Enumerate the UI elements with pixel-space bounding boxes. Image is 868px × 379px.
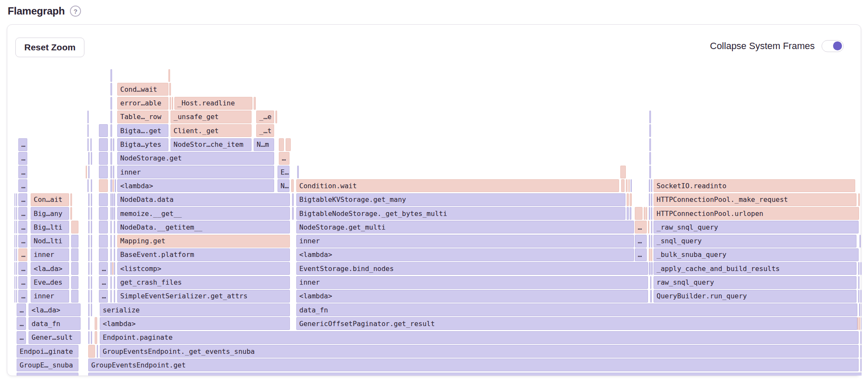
flame-frame-sliver[interactable] xyxy=(110,166,112,178)
flame-frame[interactable]: … xyxy=(635,235,647,248)
flame-frame-sliver[interactable] xyxy=(91,276,92,289)
flame-frame-sliver[interactable] xyxy=(91,179,92,192)
flame-frame[interactable]: <la…da> xyxy=(29,303,81,316)
flame-frame[interactable]: EventStorage.bind_nodes xyxy=(296,262,648,275)
flame-frame-sliver[interactable] xyxy=(635,207,642,220)
flame-frame[interactable]: BaseEvent.platform xyxy=(117,248,290,261)
flame-frame-sliver[interactable] xyxy=(90,138,92,151)
flame-frame-sliver[interactable] xyxy=(649,166,651,178)
flame-frame[interactable]: … xyxy=(18,207,27,220)
flame-frame-sliver[interactable] xyxy=(279,138,284,151)
flame-frame[interactable]: Con…ait xyxy=(31,193,69,206)
flame-frame-sliver[interactable] xyxy=(14,207,15,220)
flame-frame-sliver[interactable] xyxy=(71,221,78,233)
flame-frame-sliver[interactable] xyxy=(110,97,112,110)
flame-frame-sliver[interactable] xyxy=(71,235,78,248)
flame-frame[interactable]: inner xyxy=(296,235,634,248)
flame-frame[interactable]: … xyxy=(17,331,26,344)
flame-frame-sliver[interactable] xyxy=(88,193,90,206)
flame-frame-sliver[interactable] xyxy=(627,193,629,206)
flame-frame-sliver[interactable] xyxy=(651,193,652,206)
flame-frame-sliver[interactable] xyxy=(110,111,112,123)
flame-frame-sliver[interactable] xyxy=(860,262,862,275)
flame-frame-sliver[interactable] xyxy=(88,345,95,358)
flame-frame[interactable]: Endpoi…ginate xyxy=(17,345,78,358)
flame-frame-sliver[interactable] xyxy=(88,152,90,165)
flame-frame-sliver[interactable] xyxy=(16,207,17,220)
flame-frame-sliver[interactable] xyxy=(858,276,859,289)
flame-frame-sliver[interactable] xyxy=(649,248,651,261)
flame-frame-sliver[interactable] xyxy=(110,248,112,261)
flame-frame-sliver[interactable] xyxy=(88,262,90,275)
flame-frame[interactable]: … xyxy=(18,262,27,275)
flame-frame-sliver[interactable] xyxy=(91,262,92,275)
flame-frame-sliver[interactable] xyxy=(110,262,112,275)
flame-frame-sliver[interactable] xyxy=(114,276,115,289)
flame-frame-sliver[interactable] xyxy=(110,290,112,303)
flame-frame-sliver[interactable] xyxy=(858,290,859,303)
flame-frame[interactable]: inner xyxy=(31,248,69,261)
flame-frame-sliver[interactable] xyxy=(172,97,173,110)
flame-frame-sliver[interactable] xyxy=(91,193,92,206)
flame-frame-sliver[interactable] xyxy=(113,166,114,178)
flame-frame[interactable]: error…able xyxy=(117,97,168,110)
flame-frame-sliver[interactable] xyxy=(87,138,89,151)
flame-frame-sliver[interactable] xyxy=(297,166,299,178)
flame-frame-sliver[interactable] xyxy=(88,276,90,289)
flame-frame-sliver[interactable] xyxy=(858,193,860,206)
flame-frame[interactable]: _…t xyxy=(256,124,274,137)
flame-frame-sliver[interactable] xyxy=(857,317,859,330)
flame-frame-sliver[interactable] xyxy=(114,193,115,206)
flame-frame-sliver[interactable] xyxy=(110,221,112,233)
flame-frame[interactable]: raw_snql_query xyxy=(654,276,856,289)
flame-frame[interactable]: Gener…sult xyxy=(29,331,81,344)
flame-frame[interactable]: NodeData.__getitem__ xyxy=(117,221,290,233)
flame-frame[interactable]: serialize xyxy=(100,303,290,316)
flame-frame-sliver[interactable] xyxy=(110,179,112,192)
flame-frame-sliver[interactable] xyxy=(88,317,90,330)
flame-frame-sliver[interactable] xyxy=(254,97,256,110)
flame-frame-sliver[interactable] xyxy=(650,276,651,289)
flame-frame[interactable]: Cond…wait xyxy=(117,83,168,96)
flame-frame-sliver[interactable] xyxy=(16,248,17,261)
flame-frame-sliver[interactable] xyxy=(110,83,112,96)
flame-frame[interactable]: … xyxy=(99,276,108,289)
flame-frame-sliver[interactable] xyxy=(91,221,92,233)
flame-frame-sliver[interactable] xyxy=(99,248,108,261)
flame-frame-sliver[interactable] xyxy=(112,262,113,275)
flame-frame-sliver[interactable] xyxy=(91,152,92,165)
flame-frame[interactable]: NodeData.data xyxy=(117,193,290,206)
flame-frame-sliver[interactable] xyxy=(620,166,626,178)
flame-frame-sliver[interactable] xyxy=(859,235,861,248)
flame-frame[interactable]: … xyxy=(18,138,27,151)
flame-frame[interactable]: Mapping.get xyxy=(117,235,290,248)
flame-frame-sliver[interactable] xyxy=(114,207,115,220)
flame-frame-sliver[interactable] xyxy=(859,317,860,330)
flame-frame-sliver[interactable] xyxy=(860,331,862,344)
flame-frame[interactable]: <lambda> xyxy=(100,317,290,330)
flame-frame-sliver[interactable] xyxy=(168,69,170,82)
flame-frame[interactable]: N…m xyxy=(254,138,274,151)
flame-frame-sliver[interactable] xyxy=(71,262,78,275)
flame-frame-sliver[interactable] xyxy=(88,221,90,233)
flame-frame[interactable]: GroupEventsEndpoint._get_events_snuba xyxy=(100,345,859,358)
flame-frame[interactable]: BigtableNodeStorage._get_bytes_multi xyxy=(296,207,625,220)
flame-frame[interactable]: … xyxy=(18,152,27,165)
flame-frame-sliver[interactable] xyxy=(99,193,108,206)
flame-frame[interactable]: <lambda> xyxy=(117,179,274,192)
flame-frame-sliver[interactable] xyxy=(630,207,631,220)
flame-frame[interactable]: … xyxy=(17,317,26,330)
flame-frame-sliver[interactable] xyxy=(649,138,651,151)
flame-frame-sliver[interactable] xyxy=(859,303,860,316)
flame-frame-sliver[interactable] xyxy=(14,262,15,275)
flame-frame-sliver[interactable] xyxy=(99,138,108,151)
flame-frame[interactable]: memoize.__get__ xyxy=(117,207,290,220)
flame-frame-sliver[interactable] xyxy=(16,276,17,289)
flame-frame-sliver[interactable] xyxy=(649,124,651,137)
flame-frame-sliver[interactable] xyxy=(114,235,115,248)
flame-frame-sliver[interactable] xyxy=(651,179,652,192)
flame-frame-sliver[interactable] xyxy=(110,124,112,137)
flame-frame[interactable]: <lambda> xyxy=(296,248,634,261)
flame-frame-sliver[interactable] xyxy=(627,207,629,220)
flame-frame[interactable]: … xyxy=(279,152,289,165)
